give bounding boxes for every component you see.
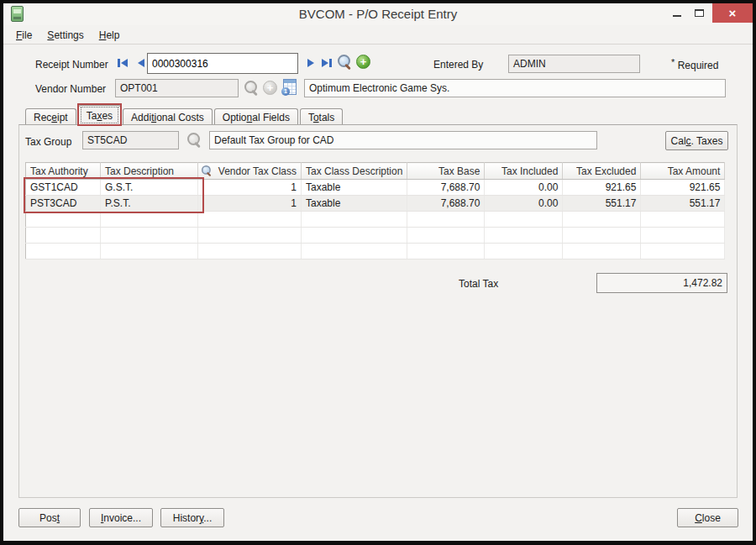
total-tax-label: Total Tax xyxy=(459,278,498,290)
table-row-pst: PST3CAD P.S.T. 1 Taxable 7,688.70 0.00 5… xyxy=(26,196,725,212)
cell-tax-included[interactable]: 0.00 xyxy=(485,180,563,196)
required-asterisk: * xyxy=(671,57,675,67)
vendor-number-label: Vendor Number xyxy=(35,83,106,95)
vendor-new-button: + xyxy=(263,81,277,95)
invoice-button[interactable]: Invoice... xyxy=(89,508,153,527)
new-receipt-button[interactable]: + xyxy=(356,55,370,69)
cell-tax-amount[interactable]: 551.17 xyxy=(641,196,725,212)
receipt-number-label: Receipt Number xyxy=(35,59,108,71)
first-record-icon xyxy=(118,59,120,67)
col-tax-base[interactable]: Tax Base xyxy=(407,163,485,180)
finder-icon xyxy=(202,165,213,176)
tax-group-finder-icon xyxy=(187,133,202,148)
nav-first-button[interactable] xyxy=(114,56,130,70)
tax-table: Tax Authority Tax Description Vendor Tax… xyxy=(25,162,725,259)
menu-separator xyxy=(3,44,753,45)
history-button[interactable]: History... xyxy=(160,508,224,527)
total-tax-field: 1,472.82 xyxy=(596,273,727,293)
last-record-icon xyxy=(322,59,328,67)
table-header-row: Tax Authority Tax Description Vendor Tax… xyxy=(26,163,725,180)
vendor-finder-icon xyxy=(244,81,260,96)
cell-tax-authority[interactable]: GST1CAD xyxy=(26,180,101,196)
cell-tax-class-description[interactable]: Taxable xyxy=(302,180,407,196)
post-button[interactable]: Post xyxy=(18,508,81,527)
window-client-area: BVCOM - P/O Receipt Entry × File Setting… xyxy=(3,3,753,541)
tax-group-field: ST5CAD xyxy=(82,131,179,149)
maximize-icon xyxy=(695,9,704,17)
tab-totals[interactable]: Totals xyxy=(300,108,343,125)
menu-bar: File Settings Help xyxy=(8,28,127,44)
cell-vendor-tax-class[interactable]: 1 xyxy=(198,180,302,196)
cell-tax-class-description[interactable]: Taxable xyxy=(302,196,407,212)
vendor-inquiry-icon[interactable]: 1 xyxy=(283,79,297,95)
receipt-number-input[interactable] xyxy=(147,53,298,74)
tab-optional-fields[interactable]: Optional Fields xyxy=(214,108,298,125)
next-record-icon xyxy=(307,59,314,67)
window-title: BVCOM - P/O Receipt Entry xyxy=(3,3,753,24)
close-button[interactable]: Close xyxy=(677,508,738,527)
col-tax-included[interactable]: Tax Included xyxy=(485,163,563,180)
col-tax-description[interactable]: Tax Description xyxy=(101,163,198,180)
empty-row xyxy=(26,228,725,244)
cell-tax-included[interactable]: 0.00 xyxy=(485,196,563,212)
inquiry-badge: 1 xyxy=(281,87,290,96)
col-tax-excluded[interactable]: Tax Excluded xyxy=(563,163,641,180)
tab-receipt[interactable]: Receipt xyxy=(25,108,76,125)
cell-tax-excluded[interactable]: 551.17 xyxy=(563,196,641,212)
entered-by-label: Entered By xyxy=(433,59,483,71)
previous-record-icon xyxy=(138,59,144,67)
plus-icon: + xyxy=(267,81,274,94)
nav-next-button[interactable] xyxy=(302,56,318,70)
col-tax-class-description[interactable]: Tax Class Description xyxy=(302,163,407,180)
col-tax-amount[interactable]: Tax Amount xyxy=(641,163,725,180)
tab-taxes[interactable]: Taxes xyxy=(78,105,121,125)
empty-row xyxy=(26,244,725,259)
cell-tax-authority[interactable]: PST3CAD xyxy=(26,196,101,212)
cell-tax-description[interactable]: P.S.T. xyxy=(101,196,198,212)
minimize-button[interactable] xyxy=(668,3,686,23)
col-tax-authority[interactable]: Tax Authority xyxy=(26,163,101,180)
close-icon: × xyxy=(729,6,737,20)
close-window-button[interactable]: × xyxy=(712,3,753,23)
cell-tax-amount[interactable]: 921.65 xyxy=(641,180,725,196)
nav-last-button[interactable] xyxy=(318,56,334,70)
entered-by-field: ADMIN xyxy=(508,55,640,73)
cell-tax-base[interactable]: 7,688.70 xyxy=(407,180,485,196)
menu-settings[interactable]: Settings xyxy=(39,28,91,44)
minimize-icon xyxy=(673,15,681,17)
annotation-box-taxes-tab xyxy=(77,103,122,126)
col-vendor-tax-class[interactable]: Vendor Tax Class xyxy=(198,163,302,180)
vendor-number-field: OPT001 xyxy=(115,79,239,97)
cell-tax-excluded[interactable]: 921.65 xyxy=(563,180,641,196)
calc-taxes-button[interactable]: Calc. Taxes xyxy=(665,131,728,150)
title-bar: BVCOM - P/O Receipt Entry × xyxy=(3,3,753,25)
table-row-gst: GST1CAD G.S.T. 1 Taxable 7,688.70 0.00 9… xyxy=(26,180,725,196)
plus-icon: + xyxy=(360,55,367,68)
empty-row xyxy=(26,212,725,228)
tax-group-description-field: Default Tax Group for CAD xyxy=(209,131,597,149)
maximize-button[interactable] xyxy=(690,3,708,23)
cell-tax-base[interactable]: 7,688.70 xyxy=(407,196,485,212)
tab-strip: Receipt Taxes Additional Costs Optional … xyxy=(25,105,344,125)
app-window: BVCOM - P/O Receipt Entry × File Setting… xyxy=(0,0,756,545)
menu-help[interactable]: Help xyxy=(92,28,128,44)
receipt-finder-icon[interactable] xyxy=(338,55,353,70)
vendor-name-field: Optimum Electronic Game Sys. xyxy=(304,79,726,97)
tab-additional-costs[interactable]: Additional Costs xyxy=(123,108,213,125)
required-note: * Required xyxy=(671,57,718,71)
tax-group-label: Tax Group xyxy=(25,136,71,148)
cell-vendor-tax-class[interactable]: 1 xyxy=(198,196,302,212)
menu-file[interactable]: File xyxy=(8,28,39,44)
cell-tax-description[interactable]: G.S.T. xyxy=(101,180,198,196)
